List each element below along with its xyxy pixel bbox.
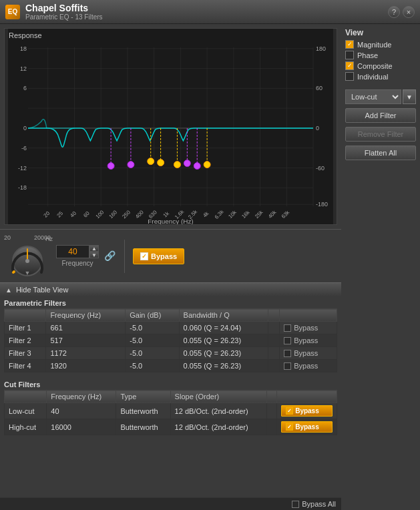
composite-row: Composite (345, 61, 416, 70)
filter-name: Filter 2 (5, 334, 46, 347)
bypass-active-check[interactable]: ✓ (286, 423, 293, 431)
dropdown-arrow-icon[interactable]: ▼ (403, 89, 416, 104)
cut-filters-label: Cut Filters (4, 378, 337, 390)
response-label: Response (9, 31, 42, 39)
pf-col-gain: Gain (dB) (126, 309, 179, 322)
filter-name: Filter 4 (5, 360, 46, 372)
filter-bypass-cell: Bypass (280, 347, 337, 360)
filter-gain: -5.0 (126, 322, 179, 334)
frequency-input[interactable]: 40 (56, 245, 89, 258)
svg-text:18: 18 (20, 45, 27, 52)
bypass-active-button[interactable]: ✓ Bypass (281, 405, 333, 417)
table-row: Filter 2 517 -5.0 0.055 (Q = 26.23) Bypa… (5, 334, 337, 347)
svg-rect-0 (8, 29, 333, 224)
add-filter-button[interactable]: Add Filter (345, 108, 416, 123)
filter-bw: 0.055 (Q = 26.23) (179, 360, 268, 372)
table-row: Filter 1 661 -5.0 0.060 (Q = 24.04) Bypa… (5, 322, 337, 334)
pf-col-bw: Bandwidth / Q (179, 309, 268, 322)
bypass-checkbox[interactable]: ✓ (140, 252, 148, 260)
bypass-check[interactable] (284, 362, 291, 370)
pf-col-bypass (280, 309, 337, 322)
svg-text:12: 12 (20, 65, 27, 72)
pf-col-freq: Frequency (Hz) (46, 309, 126, 322)
cut-filter-slope: 12 dB/Oct. (2nd-order) (170, 419, 266, 435)
filter-gain: -5.0 (126, 347, 179, 360)
freq-down-button[interactable]: ▼ (89, 252, 99, 258)
magnitude-row: Magnitude (345, 40, 416, 49)
cut-filter-name: Low-cut (5, 403, 47, 419)
title-text: Chapel Soffits Parametric EQ - 13 Filter… (25, 3, 388, 21)
svg-text:-180: -180 (316, 201, 328, 208)
bypass-all-label: Bypass All (302, 500, 336, 508)
bypass-check[interactable] (284, 337, 291, 344)
remove-filter-button[interactable]: Remove Filter (345, 127, 416, 142)
table-row: High-cut 16000 Butterworth 12 dB/Oct. (2… (5, 419, 337, 435)
cut-filter-type: Butterworth (116, 403, 170, 419)
cut-filter-bypass-cell: ✓ Bypass (277, 419, 337, 435)
cut-filters-table: Frequency (Hz) Type Slope (Order) Low-cu… (4, 390, 337, 435)
filter-gain: -5.0 (126, 360, 179, 372)
view-label: View (345, 28, 416, 37)
bypass-active-button[interactable]: ✓ Bypass (281, 421, 333, 433)
composite-checkbox[interactable] (345, 61, 354, 70)
cut-filter-empty (266, 419, 276, 435)
filter-bw: 0.055 (Q = 26.23) (179, 334, 268, 347)
knob-range-labels: 20 Hz 20000 (4, 234, 51, 241)
bypass-label: Bypass (151, 252, 177, 260)
bypass-active-check[interactable]: ✓ (286, 407, 293, 415)
frequency-input-group: 40 ▲ ▼ Frequency (56, 245, 99, 267)
link-button[interactable]: 🔗 (104, 250, 116, 262)
pf-col-empty (268, 309, 279, 322)
filter-freq: 1920 (46, 360, 126, 372)
svg-text:Frequency (Hz): Frequency (Hz) (148, 218, 193, 224)
bypass-text: Bypass (294, 324, 318, 332)
filter-bypass-cell: Bypass (280, 334, 337, 347)
frequency-spinners: ▲ ▼ (89, 245, 99, 258)
cut-filter-type: Butterworth (116, 419, 170, 435)
magnitude-checkbox[interactable] (345, 40, 354, 49)
phase-checkbox[interactable] (345, 51, 354, 59)
filter-type-select[interactable]: Low-cut High-cut Peak Notch (345, 89, 401, 104)
cut-filter-slope: 12 dB/Oct. (2nd-order) (170, 403, 266, 419)
divider (124, 240, 125, 273)
hide-table-bar[interactable]: ▲ Hide Table View (0, 282, 341, 296)
title-bar: EQ Chapel Soffits Parametric EQ - 13 Fil… (0, 0, 420, 24)
knob-bottom-label: ▼ (4, 270, 51, 276)
bypass-check[interactable] (284, 324, 291, 332)
bypass-active-text: Bypass (295, 423, 319, 431)
close-button[interactable]: × (403, 6, 415, 18)
response-area: Response Magnitude (dB) Phase (deg) (4, 28, 337, 225)
svg-text:6: 6 (23, 85, 27, 91)
frequency-label: Frequency (61, 260, 93, 267)
filter-empty (268, 347, 279, 360)
bypass-button[interactable]: ✓ Bypass (133, 248, 184, 264)
help-button[interactable]: ? (388, 6, 400, 18)
bypass-all-row: Bypass All (0, 497, 341, 510)
filter-bypass-cell: Bypass (280, 360, 337, 372)
flatten-all-button[interactable]: Flatten All (345, 146, 416, 160)
bypass-check[interactable] (284, 350, 291, 357)
svg-text:-60: -60 (316, 165, 325, 172)
controls-area: 20 Hz 20000 (0, 229, 341, 282)
phase-label: Phase (357, 51, 378, 59)
cut-filter-bypass-cell: ✓ Bypass (277, 403, 337, 419)
app-subtitle: Parametric EQ - 13 Filters (25, 13, 388, 21)
main-area: Response Magnitude (dB) Phase (deg) (0, 24, 420, 510)
bypass-all-checkbox[interactable] (292, 501, 299, 508)
freq-up-button[interactable]: ▲ (89, 245, 99, 252)
individual-checkbox[interactable] (345, 72, 354, 81)
pf-col-name (5, 309, 46, 322)
svg-text:-12: -12 (18, 165, 27, 172)
svg-text:0: 0 (316, 125, 319, 132)
table-row: Filter 3 1172 -5.0 0.055 (Q = 26.23) Byp… (5, 347, 337, 360)
svg-point-49 (108, 163, 114, 170)
svg-point-73 (25, 259, 29, 263)
filter-empty (268, 334, 279, 347)
filter-empty (268, 322, 279, 334)
cf-col-type: Type (116, 391, 170, 403)
view-section: View Magnitude Phase Composite Individua… (345, 28, 416, 83)
cut-filter-freq: 16000 (47, 419, 116, 435)
filter-name: Filter 3 (5, 347, 46, 360)
title-controls: ? × (388, 6, 415, 18)
filter-bypass-cell: Bypass (280, 322, 337, 334)
